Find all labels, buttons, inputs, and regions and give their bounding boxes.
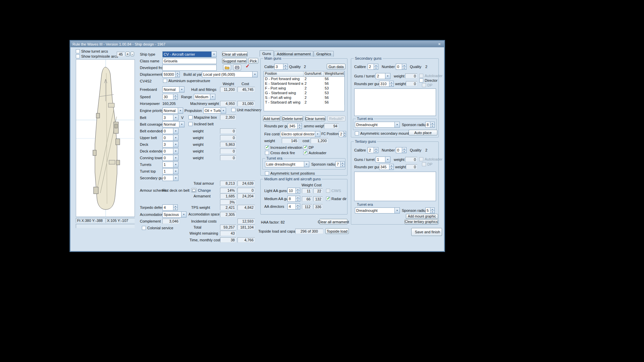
tertiary-dp-checkbox[interactable]: DP <box>422 162 432 166</box>
add-mount-graphic-button[interactable]: Add mount graphic <box>406 214 438 219</box>
chevron-down-icon[interactable] <box>173 115 178 120</box>
spin-up-icon[interactable] <box>374 64 378 67</box>
sponson-radius-spinner[interactable]: 7 <box>335 161 345 167</box>
belt-coverage-select[interactable]: Normal <box>162 121 184 127</box>
add-turret-button[interactable]: Add turret <box>263 116 280 121</box>
clear-tertiary-graphics-button[interactable]: Clear tertiary graphics <box>405 219 438 224</box>
cross-deck-fire-checkbox[interactable]: Cross deck fire <box>265 151 295 155</box>
belt-select[interactable]: 3 <box>162 115 178 121</box>
ciws-checkbox[interactable]: CIWS <box>326 189 341 193</box>
validate-check-icon[interactable] <box>246 63 250 69</box>
print-button[interactable] <box>233 65 241 70</box>
chevron-down-icon[interactable] <box>173 175 178 181</box>
chevron-down-icon[interactable] <box>181 212 186 217</box>
chevron-down-icon[interactable] <box>178 108 183 113</box>
secondary-sponson-spinner[interactable]: 8 <box>425 122 435 128</box>
spin-down-icon[interactable] <box>430 125 434 128</box>
autoloader-checkbox[interactable]: Autoloader <box>303 151 326 155</box>
torpedo-defence-spinner[interactable]: 4 <box>162 204 178 210</box>
magazine-box-checkbox[interactable]: Magazine box <box>189 115 217 119</box>
asymmetric-secondary-mounts-checkbox[interactable]: Asymmetric secondary mounts <box>355 131 411 135</box>
spin-up-icon[interactable] <box>340 162 344 165</box>
col-guns-per-turret[interactable]: Guns/turret <box>304 71 324 77</box>
radar-dir-checkbox[interactable]: Radar dir <box>326 197 346 201</box>
table-row[interactable]: G - Starboard wing253 <box>264 91 344 96</box>
secondary-autoloader-checkbox[interactable]: Autoloader <box>419 74 442 78</box>
secondary-guns-count-select[interactable]: 0 <box>162 175 178 181</box>
freeboard-select[interactable]: Normal <box>162 86 184 93</box>
spin-down-icon[interactable] <box>389 84 393 87</box>
aluminium-superstructure-checkbox[interactable]: Aluminium superstructure <box>163 79 210 83</box>
spin-down-icon[interactable] <box>402 67 406 70</box>
suggest-name-button[interactable]: Suggest name <box>222 58 247 64</box>
chevron-down-icon[interactable] <box>179 122 184 127</box>
table-row[interactable]: E - Starboard forward wing256 <box>264 81 344 86</box>
chevron-down-icon[interactable] <box>304 162 309 167</box>
secondary-number-spinner[interactable]: 0 <box>396 64 407 70</box>
spin-up-icon[interactable] <box>173 94 177 97</box>
clear-all-values-button[interactable]: Clear all values <box>222 51 248 57</box>
rounds-per-gun-spinner[interactable]: 345 <box>288 123 302 129</box>
title-bar[interactable]: Rule the Waves III - Version 1.00.84 - S… <box>70 41 444 47</box>
accomodation-select[interactable]: Spacious <box>162 212 186 218</box>
spin-down-icon[interactable] <box>389 167 393 170</box>
spin-down-icon[interactable] <box>175 75 179 77</box>
deck-select[interactable]: 3 <box>162 141 178 147</box>
tab-additional-armament[interactable]: Additional armament <box>274 51 313 57</box>
gun-data-button[interactable]: Gun data <box>327 64 345 69</box>
spin-down-icon[interactable] <box>296 191 300 194</box>
col-position[interactable]: Position <box>264 71 304 77</box>
increased-elevation-checkbox[interactable]: Increased elevation <box>265 145 302 149</box>
spin-up-icon[interactable] <box>173 205 177 208</box>
secondary-director-checkbox[interactable]: Director <box>419 78 438 82</box>
turret-era-select[interactable]: Late dreadnought <box>265 161 309 167</box>
chevron-down-icon[interactable] <box>394 208 399 213</box>
table-row[interactable]: F - Port wing253 <box>264 86 344 91</box>
dp-checkbox[interactable]: DP <box>303 145 314 149</box>
belt-extended-select[interactable]: 0 <box>162 128 178 134</box>
turret-top-select[interactable]: 1 <box>162 168 178 174</box>
topside-load-button[interactable]: Topside load <box>325 228 349 234</box>
secondary-calibre-spinner[interactable]: 2 <box>368 64 378 70</box>
spin-down-icon[interactable] <box>430 211 434 214</box>
close-icon[interactable] <box>437 42 442 47</box>
inclined-belt-checkbox[interactable]: Inclined belt <box>189 122 214 126</box>
chevron-down-icon[interactable] <box>385 157 390 162</box>
spin-up-icon[interactable] <box>389 81 393 84</box>
chevron-down-icon[interactable] <box>173 155 178 161</box>
open-folder-button[interactable] <box>223 65 231 70</box>
spin-up-icon[interactable] <box>343 131 346 134</box>
turret-table[interactable]: Position Guns/turret Weight/turret D - P… <box>264 71 345 111</box>
chevron-down-icon[interactable] <box>173 169 178 174</box>
spin-up-icon[interactable] <box>402 147 406 150</box>
arc-angle-plus-button[interactable]: + <box>125 52 130 56</box>
secondary-rounds-spinner[interactable]: 310 <box>379 81 394 87</box>
chevron-down-icon[interactable] <box>173 135 178 140</box>
tertiary-rounds-spinner[interactable]: 345 <box>379 164 394 170</box>
upper-belt-select[interactable]: 0 <box>162 135 178 141</box>
spin-down-icon[interactable] <box>283 67 287 70</box>
tertiary-calibre-spinner[interactable]: 2 <box>368 147 378 153</box>
chevron-down-icon[interactable] <box>385 73 390 79</box>
secondary-mounts-listbox[interactable] <box>354 88 436 116</box>
clear-all-armament-button[interactable]: Clear all armament <box>319 219 347 225</box>
col-weight-per-turret[interactable]: Weight/turret <box>324 71 344 77</box>
save-and-finish-button[interactable]: Save and finish <box>411 228 442 236</box>
chevron-down-icon[interactable] <box>210 94 215 100</box>
spin-down-icon[interactable] <box>402 150 406 153</box>
spin-up-icon[interactable] <box>298 123 302 126</box>
colonial-service-checkbox[interactable]: Colonial service <box>142 226 173 230</box>
tab-graphics[interactable]: Graphics <box>314 51 334 57</box>
engine-priority-select[interactable]: Normal <box>162 108 183 114</box>
spin-down-icon[interactable] <box>374 150 378 153</box>
spin-down-icon[interactable] <box>298 126 302 129</box>
tertiary-number-spinner[interactable]: 0 <box>396 147 407 153</box>
chevron-down-icon[interactable] <box>173 162 178 167</box>
show-turret-arcs-checkbox[interactable]: Show turret arcs <box>76 49 108 53</box>
tertiary-turret-era-select[interactable]: Dreadnought <box>355 207 400 214</box>
propulsion-select[interactable]: Oil + Turbine <box>203 108 226 114</box>
chevron-down-icon[interactable] <box>315 131 320 137</box>
class-name-input[interactable]: Grisuela <box>162 58 217 64</box>
displacement-spinner[interactable]: 59300 <box>162 71 180 77</box>
tertiary-sponson-spinner[interactable]: 5 <box>425 207 435 214</box>
